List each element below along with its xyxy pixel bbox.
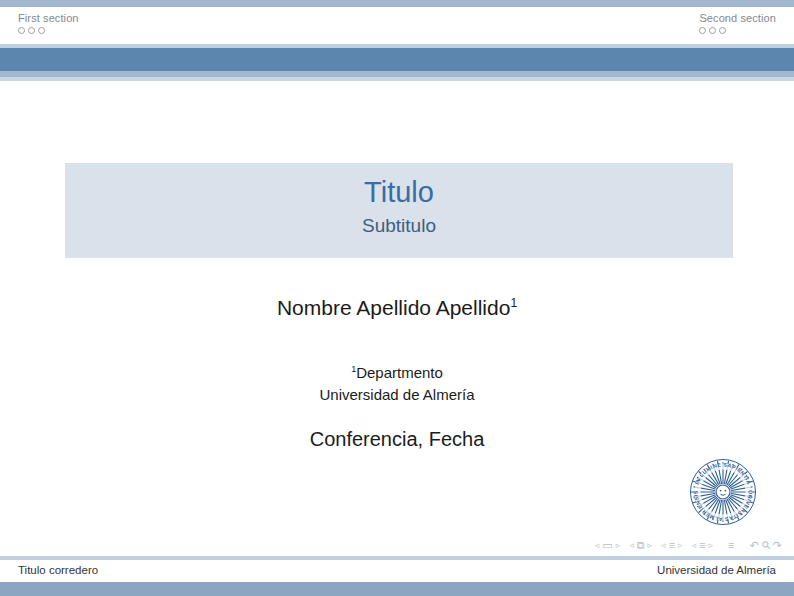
section-icon[interactable]: ≡ (699, 538, 705, 552)
footer-band: Titulo corredero Universidad de Almería (0, 560, 794, 582)
section-nav-first: First section (18, 12, 79, 34)
appendix-icon[interactable]: ≡ (728, 538, 734, 552)
institute-university: Universidad de Almería (0, 384, 794, 406)
next-slide-icon[interactable]: ▹ (616, 538, 621, 552)
subsection-icon[interactable]: ≡ (669, 538, 675, 552)
footline: Titulo corredero Universidad de Almería (0, 556, 794, 596)
prev-frame-icon[interactable]: ◃ (629, 538, 634, 552)
author-name: Nombre Apellido Apellido (277, 296, 510, 319)
frame-icon[interactable]: ⧉ (637, 538, 645, 552)
author-footnote-mark: 1 (510, 296, 517, 310)
slide-dots-second (699, 27, 776, 34)
institute-line-department: 1Departmento (0, 358, 794, 384)
search-icon[interactable]: ⚲ (758, 537, 774, 553)
section-link-first[interactable]: First section (18, 12, 79, 24)
slide-icon[interactable]: ▭ (602, 538, 612, 552)
footer-short-title: Titulo corredero (18, 564, 98, 576)
next-subsection-icon[interactable]: ▹ (678, 538, 683, 552)
slide-dot[interactable] (699, 27, 706, 34)
header-light-bar (0, 77, 794, 81)
slide-dot[interactable] (28, 27, 35, 34)
slide-dot[interactable] (38, 27, 45, 34)
slide-dot[interactable] (719, 27, 726, 34)
footer-institution: Universidad de Almería (657, 564, 776, 576)
go-back-icon[interactable]: ↶ (750, 538, 759, 552)
next-section-icon[interactable]: ▹ (709, 538, 714, 552)
university-of-almeria-seal: IN LUMINE SAPIENTIA UNIVERSITAS ALMERIEN… (689, 458, 757, 526)
conference-date-line: Conferencia, Fecha (0, 428, 794, 451)
beamer-title-slide: First section Second section Titulo Subt… (0, 0, 794, 596)
slide-dot[interactable] (709, 27, 716, 34)
institute-department: Departmento (356, 364, 443, 381)
footer-bottom-bar (0, 582, 794, 596)
slide-dot[interactable] (18, 27, 25, 34)
prev-subsection-icon[interactable]: ◃ (661, 538, 666, 552)
section-nav-second: Second section (699, 12, 776, 34)
top-edge-bar (0, 0, 794, 7)
prev-section-icon[interactable]: ◃ (692, 538, 697, 552)
seal-icon: IN LUMINE SAPIENTIA UNIVERSITAS ALMERIEN… (689, 458, 757, 526)
slide-dots-first (18, 27, 79, 34)
next-frame-icon[interactable]: ▹ (648, 538, 653, 552)
prev-slide-icon[interactable]: ◃ (595, 538, 600, 552)
header-main-bar (0, 48, 794, 71)
slide-title: Titulo (65, 176, 733, 209)
institute-block: 1Departmento Universidad de Almería (0, 358, 794, 406)
slide-subtitle: Subtitulo (65, 215, 733, 237)
title-block: Titulo Subtitulo (65, 163, 733, 258)
header-section-nav: First section Second section (0, 7, 794, 44)
author-line: Nombre Apellido Apellido1 (0, 296, 794, 320)
beamer-navigation-bar: ◃ ▭ ▹ ◃ ⧉ ▹ ◃ ≡ ▹ ◃ ≡ ▹ ≡ ↶ ⚲ ↷ (592, 538, 782, 552)
go-forward-icon[interactable]: ↷ (773, 538, 782, 552)
section-link-second[interactable]: Second section (699, 12, 776, 24)
